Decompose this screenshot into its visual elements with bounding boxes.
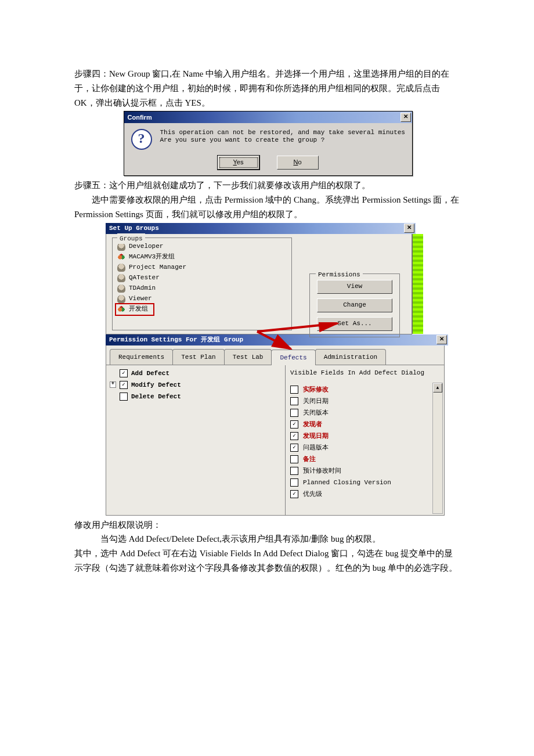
paragraph-step5b: 选中需要修改权限的用户组，点击 Permission 域中的 Chang。系统弹… [74,193,461,222]
field-label: 关闭日期 [303,396,329,406]
no-button[interactable]: No [277,156,319,170]
tab-test-plan[interactable]: Test Plan [172,349,224,365]
confirm-message: This operation can not be restored, and … [160,129,405,150]
confirm-title-text: Confirm [128,112,152,123]
defect-op-delete[interactable]: Delete Defect [110,391,282,402]
group-icon [117,253,125,261]
field-label: 问题版本 [303,442,329,453]
user-icon [117,295,125,303]
confirm-titlebar: Confirm ✕ [124,111,412,123]
user-icon [117,274,125,282]
scroll-up-icon[interactable]: ▲ [433,383,442,393]
tab-requirements[interactable]: Requirements [110,349,173,365]
defect-op-add[interactable]: Add Defect [110,368,282,379]
paragraph-perm-desc-heading: 修改用户组权限说明： [74,518,461,532]
paragraph-perm-desc-2: 其中，选中 Add Defect 可在右边 Visiable Fields In… [74,546,461,575]
field-label: 优先级 [303,489,322,499]
setup-groups-title: Set Up Groups [109,223,159,233]
group-item-devgroup-selected[interactable]: 开发组 [116,304,153,315]
checkbox-icon[interactable] [290,490,298,498]
field-row[interactable]: 实际修改 [290,384,442,395]
field-label: 发现日期 [303,431,329,441]
field-row[interactable]: 问题版本 [290,442,442,453]
set-as-button[interactable]: Set As... [317,317,392,331]
tab-administration[interactable]: Administration [315,349,386,365]
ruler-decor [412,234,423,334]
view-button[interactable]: View [317,280,392,294]
scrollbar[interactable]: ▲ [432,383,443,514]
permissions-legend: Permissions [316,269,363,280]
field-label: 备注 [303,454,316,465]
close-icon[interactable]: ✕ [404,224,414,233]
user-icon [117,264,125,272]
checkbox-icon[interactable] [290,432,298,440]
paragraph-step5a: 步骤五：这个用户组就创建成功了，下一步我们就要修改该用户组的权限了。 [74,178,461,193]
field-label: 实际修改 [303,384,329,395]
field-label: 发现者 [303,419,322,430]
defect-op-modify[interactable]: + Modify Defect [110,379,282,391]
checkbox-icon[interactable] [290,420,298,429]
close-icon[interactable]: ✕ [400,113,411,122]
checkbox-icon[interactable] [290,397,298,405]
checkbox-icon[interactable] [120,369,128,377]
field-row[interactable]: Planned Closing Version [290,477,442,488]
group-item-qatester[interactable]: QATester [117,273,287,283]
confirm-dialog-figure: Confirm ✕ ? This operation can not be re… [74,111,461,176]
user-icon [117,285,125,293]
group-item-pm[interactable]: Project Manager [117,262,287,273]
change-button[interactable]: Change [317,298,392,312]
checkbox-icon[interactable] [290,455,298,463]
field-row[interactable]: 备注 [290,453,442,465]
field-label: Planned Closing Version [303,477,391,488]
groups-permission-figure: Set Up Groups ✕ Groups Developer MACAMV3… [106,223,439,516]
yes-button[interactable]: Yes [218,156,259,170]
field-row[interactable]: 关闭版本 [290,407,442,419]
field-row[interactable]: 发现者 [290,419,442,430]
field-row[interactable]: 关闭日期 [290,395,442,407]
tab-defects[interactable]: Defects [271,350,315,365]
checkbox-icon[interactable] [290,386,298,394]
permission-settings-title: Permission Settings For 开发组 Group [109,334,243,345]
visible-fields-heading: Visible Fields In Add Defect Dialog [290,368,442,378]
group-item-viewer[interactable]: Viewer [117,294,287,304]
question-icon: ? [131,129,152,150]
checkbox-icon[interactable] [120,393,128,401]
checkbox-icon[interactable] [290,444,298,452]
field-label: 预计修改时间 [303,466,341,476]
group-item-tdadmin[interactable]: TDAdmin [117,283,287,294]
close-icon[interactable]: ✕ [436,335,447,344]
field-row[interactable]: 优先级 [290,488,442,500]
field-row[interactable]: 发现日期 [290,430,442,442]
expand-icon[interactable]: + [110,381,116,388]
checkbox-icon[interactable] [290,478,298,487]
checkbox-icon[interactable] [290,409,298,417]
checkbox-icon[interactable] [290,467,298,475]
groups-legend: Groups [117,233,145,244]
group-item-macamv3[interactable]: MACAMV3开发组 [117,252,287,262]
checkbox-icon[interactable] [120,381,128,389]
field-label: 关闭版本 [303,408,329,418]
paragraph-step4: 步骤四：New Group 窗口,在 Name 中输入用户组名。并选择一个用户组… [74,67,461,110]
group-icon [117,305,125,314]
paragraph-perm-desc-1: 当勾选 Add Defect/Delete Defect,表示该用户组具有添加/… [74,532,461,546]
field-row[interactable]: 预计修改时间 [290,465,442,477]
tab-test-lab[interactable]: Test Lab [224,349,272,365]
